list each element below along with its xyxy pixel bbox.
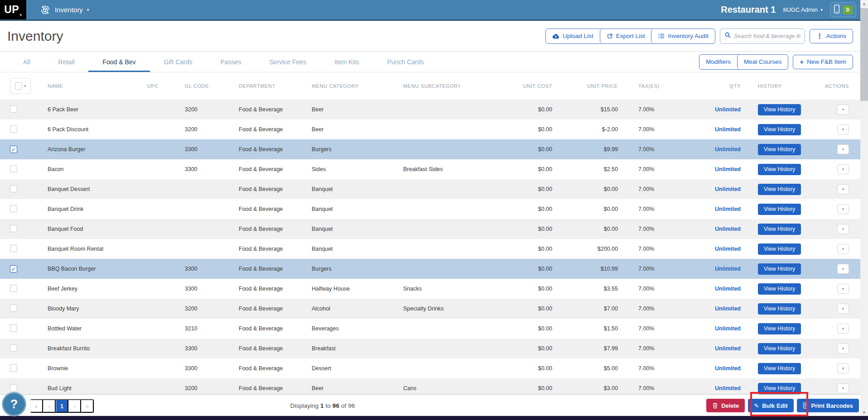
row-actions-dropdown[interactable]: ▾ [837,324,849,334]
view-history-button[interactable]: View History [758,204,801,215]
select-all-checkbox[interactable] [15,82,22,90]
row-checkbox[interactable] [10,364,17,372]
row-actions-dropdown[interactable]: ▾ [837,204,849,214]
meal-courses-button[interactable]: Meal Courses [737,55,788,69]
column-header-unit-cost[interactable]: UNIT COST [460,83,555,89]
view-history-button[interactable]: View History [758,124,801,135]
view-history-button[interactable]: View History [758,144,801,155]
module-menu[interactable]: Inventory ▾ [40,5,89,15]
view-history-button[interactable]: View History [758,343,801,354]
column-header-tax-es[interactable]: TAX(ES) [621,83,675,89]
view-history-button[interactable]: View History [758,383,801,394]
table-row[interactable]: ✓ Arizona Burger 3300 Food & Beverage Bu… [0,139,860,159]
previous-page-button[interactable]: ‹ [43,399,56,413]
view-history-button[interactable]: View History [758,184,801,195]
row-actions-dropdown[interactable]: ▾ [837,304,849,314]
tab-punch-cards[interactable]: Punch Cards [373,52,438,72]
next-page-button[interactable]: › [68,399,81,413]
table-row[interactable]: Banquet Dessert Food & Beverage Banquet … [0,179,860,199]
row-checkbox[interactable] [10,245,17,252]
app-logo[interactable]: UP ® [0,0,26,19]
row-checkbox[interactable] [10,305,17,312]
row-actions-dropdown[interactable]: ▾ [837,363,849,373]
vertical-scrollbar[interactable]: ▲ ▼ [860,0,868,416]
actions-button[interactable]: ⋮ Actions [810,29,853,43]
row-actions-dropdown[interactable]: ▾ [837,264,849,274]
table-row[interactable]: Banquet Food Food & Beverage Banquet $0.… [0,219,860,239]
view-history-button[interactable]: View History [758,283,801,295]
row-actions-dropdown[interactable]: ▾ [837,224,849,234]
scroll-down-arrow[interactable]: ▼ [860,409,868,416]
table-row[interactable]: 6 Pack Discount 3200 Food & Beverage Bee… [0,119,860,139]
table-row[interactable]: ✓ BBQ Bacon Burger 3300 Food & Beverage … [0,259,860,279]
user-menu[interactable]: MJGC Admin ▾ [783,6,823,13]
column-header-actions[interactable]: ACTIONS [815,83,860,89]
row-checkbox[interactable] [10,225,17,232]
new-fb-item-button[interactable]: + New F&B Item [793,55,853,69]
table-row[interactable]: Bottled Water 3210 Food & Beverage Bever… [0,319,860,339]
help-button[interactable]: ? [2,392,26,416]
column-header-qty[interactable]: QTY [675,83,741,89]
view-history-button[interactable]: View History [758,263,801,275]
modifiers-button[interactable]: Modifiers [699,55,737,69]
search-input[interactable] [734,33,800,39]
last-page-button[interactable]: » [81,399,94,413]
table-row[interactable]: Breakfast Burrito 3300 Food & Beverage B… [0,339,860,358]
first-page-button[interactable]: « [30,399,43,413]
tab-passes[interactable]: Passes [207,52,256,72]
table-row[interactable]: Banquet Drink Food & Beverage Banquet $0… [0,199,860,219]
select-all-dropdown[interactable]: ▾ [10,78,31,94]
column-header-unit-price[interactable]: UNIT PRICE [555,83,621,89]
inventory-audit-button[interactable]: Inventory Audit [651,29,714,43]
row-checkbox[interactable] [10,125,17,133]
column-header-gl-code[interactable]: GL CODE [159,83,213,89]
view-history-button[interactable]: View History [758,303,801,315]
column-header-upc[interactable]: UPC [113,83,159,89]
tab-item-kits[interactable]: Item Kits [320,52,373,72]
row-actions-dropdown[interactable]: ▾ [837,124,849,134]
row-checkbox[interactable]: ✓ [10,146,17,153]
scrollbar-thumb[interactable] [860,8,868,101]
row-checkbox[interactable] [10,285,17,292]
tab-retail[interactable]: Retail [44,52,89,72]
view-history-button[interactable]: View History [758,243,801,255]
device-status-button[interactable]: 0 [830,2,856,17]
tab-service-fees[interactable]: Service Fees [255,52,320,72]
column-header-menu-category[interactable]: MENU CATEGORY [285,83,376,89]
column-header-history[interactable]: HISTORY [741,83,815,89]
row-checkbox[interactable] [10,105,17,113]
row-actions-dropdown[interactable]: ▾ [837,284,849,294]
table-row[interactable]: Beef Jerkey 3300 Food & Beverage Halfway… [0,279,860,299]
tab-food-bev[interactable]: Food & Bev [88,52,149,72]
row-actions-dropdown[interactable]: ▾ [837,184,849,194]
row-actions-dropdown[interactable]: ▾ [837,244,849,254]
view-history-button[interactable]: View History [758,363,801,374]
tab-gift-cards[interactable]: Gift Cards [150,52,207,72]
row-actions-dropdown[interactable]: ▾ [837,144,849,154]
view-history-button[interactable]: View History [758,323,801,334]
print-barcodes-button[interactable]: Print Barcodes [797,399,859,412]
table-row[interactable]: Bacon 3300 Food & Beverage Sides Breakfa… [0,159,860,179]
tab-all[interactable]: All [9,52,44,72]
export-list-button[interactable]: Export List [600,29,651,43]
view-history-button[interactable]: View History [758,104,801,115]
row-checkbox[interactable] [10,325,17,332]
current-page-button[interactable]: 1 [56,399,68,413]
row-checkbox[interactable] [10,185,17,192]
row-actions-dropdown[interactable]: ▾ [837,344,849,353]
row-checkbox[interactable] [10,384,17,391]
row-checkbox[interactable] [10,205,17,212]
table-row[interactable]: Brownie 3300 Food & Beverage Dessert $0.… [0,358,860,378]
row-checkbox[interactable] [10,344,17,352]
row-actions-dropdown[interactable]: ▾ [837,164,849,174]
column-header-menu-subcategory[interactable]: MENU SUBCATEGORY [376,83,460,89]
row-actions-dropdown[interactable]: ▾ [837,383,849,393]
row-actions-dropdown[interactable]: ▾ [837,105,849,115]
upload-list-button[interactable]: Upload List [546,29,600,43]
row-checkbox[interactable]: ✓ [10,265,17,272]
table-row[interactable]: Bloody Mary 3200 Food & Beverage Alcohol… [0,299,860,319]
column-header-department[interactable]: DEPARTMENT [213,83,285,89]
delete-button[interactable]: Delete [706,399,745,412]
table-row[interactable]: 6 Pack Beer 3200 Food & Beverage Beer $0… [0,100,860,119]
view-history-button[interactable]: View History [758,164,801,175]
